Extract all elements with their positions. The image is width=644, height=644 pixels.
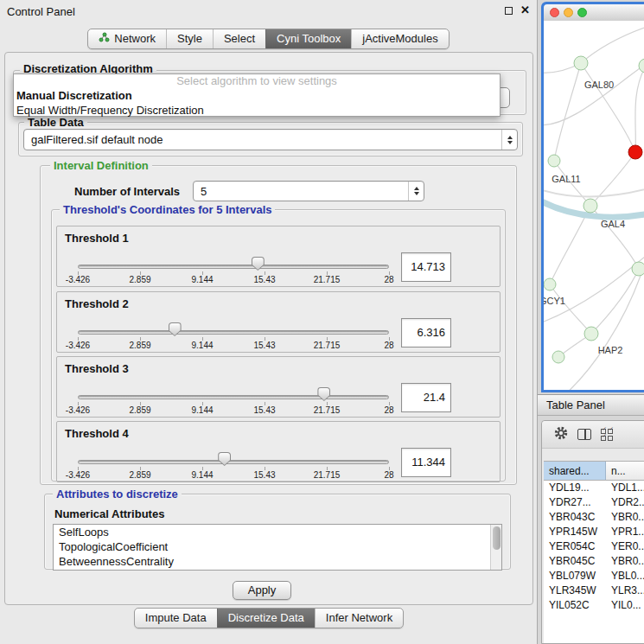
tick-label: 15.43 xyxy=(253,405,275,415)
network-edge[interactable] xyxy=(581,25,644,63)
tick-label: 9.144 xyxy=(191,341,213,350)
gear-icon[interactable] xyxy=(553,425,569,443)
table-data-value: galFiltered.sif default node xyxy=(24,133,501,146)
tick-label: 21.715 xyxy=(314,275,341,284)
tick-label: 15.43 xyxy=(253,275,275,284)
column-header-name[interactable]: n... xyxy=(606,462,644,480)
network-edge[interactable] xyxy=(544,57,644,125)
threshold-value-input[interactable]: 6.316 xyxy=(401,318,451,348)
table-row[interactable]: YBL079WYBL0... xyxy=(544,569,644,583)
tab-select[interactable]: Select xyxy=(213,29,265,48)
table-data-combobox[interactable]: galFiltered.sif default node xyxy=(23,129,518,150)
network-node[interactable] xyxy=(574,56,588,70)
network-window-titlebar[interactable] xyxy=(544,4,644,21)
network-node[interactable] xyxy=(544,278,556,290)
table-cell: YBR043C xyxy=(544,510,606,525)
bottom-tab-bar: Impute Data Discretize Data Infer Networ… xyxy=(134,608,404,628)
table-row[interactable]: YIL052CYIL0... xyxy=(544,598,644,613)
combo-stepper-icon xyxy=(501,130,517,150)
tick-label: 28 xyxy=(384,341,393,350)
column-header-shared-name[interactable]: shared... xyxy=(544,462,606,480)
table-row[interactable]: YER054CYER0... xyxy=(544,539,644,554)
algorithm-option[interactable]: Equal Width/Frequency Discretization xyxy=(14,103,500,118)
tab-label: Select xyxy=(224,32,255,46)
slider-track[interactable] xyxy=(78,460,389,464)
network-edge[interactable] xyxy=(544,185,644,197)
network-node[interactable] xyxy=(548,155,560,167)
threshold-value-input[interactable]: 11.344 xyxy=(401,448,451,477)
network-node[interactable] xyxy=(584,327,598,341)
table-cell: YLR3... xyxy=(606,583,644,598)
network-view-window: GAL80GAL11GAL4GCY1HAP2 xyxy=(541,2,644,392)
tab-cyni-toolbox[interactable]: Cyni Toolbox xyxy=(265,29,351,48)
network-edge[interactable] xyxy=(565,276,641,390)
node-label: GAL11 xyxy=(552,174,580,184)
attribute-item[interactable]: SelfLoops xyxy=(54,525,501,539)
network-canvas[interactable]: GAL80GAL11GAL4GCY1HAP2 xyxy=(544,21,644,390)
tab-network[interactable]: Network xyxy=(88,29,166,48)
network-node[interactable] xyxy=(632,262,644,276)
tab-impute-data[interactable]: Impute Data xyxy=(135,609,217,628)
network-edge[interactable] xyxy=(590,152,635,206)
table-cell: YBL079W xyxy=(544,569,606,583)
tick-label: 28 xyxy=(384,275,393,284)
tick-label: 28 xyxy=(384,470,393,480)
table-row[interactable]: YDL19...YDL1... xyxy=(544,481,644,495)
apply-button[interactable]: Apply xyxy=(233,581,291,600)
network-icon xyxy=(99,32,110,46)
window-close-button[interactable] xyxy=(550,8,559,17)
slider-track[interactable] xyxy=(78,330,389,335)
table-row[interactable]: YBR045CYBR0... xyxy=(544,554,644,569)
interval-definition-group-label: Interval Definition xyxy=(50,159,152,172)
tab-discretize-data[interactable]: Discretize Data xyxy=(217,609,315,628)
table-panel-header[interactable]: Table Panel xyxy=(538,394,644,416)
network-edge[interactable] xyxy=(591,269,639,334)
threshold-value-input[interactable]: 21.4 xyxy=(401,383,451,412)
table-cell: YPR145W xyxy=(544,525,606,539)
table-row[interactable]: YDR27...YDR2... xyxy=(544,495,644,510)
table-row[interactable]: YLR345WYLR3... xyxy=(544,583,644,598)
table-header-row: shared... n... xyxy=(544,461,644,481)
number-of-intervals-label: Number of Intervals xyxy=(74,185,180,198)
network-edge[interactable] xyxy=(635,66,644,152)
select-columns-icon[interactable] xyxy=(600,428,615,442)
attribute-item[interactable]: BetweennessCentrality xyxy=(54,554,501,569)
list-scrollbar[interactable] xyxy=(490,525,501,570)
control-panel: Control Panel ✕ Network Style xyxy=(0,0,538,644)
tab-label: Network xyxy=(114,32,156,46)
network-node[interactable] xyxy=(552,351,564,363)
tick-label: 28 xyxy=(384,405,393,415)
selected-node[interactable] xyxy=(628,145,642,159)
tick-label: 9.144 xyxy=(191,405,213,415)
table-cell: YDL1... xyxy=(606,481,644,495)
tab-infer-network[interactable]: Infer Network xyxy=(315,609,403,628)
window-zoom-button[interactable] xyxy=(577,8,587,17)
network-node[interactable] xyxy=(583,199,597,213)
close-panel-icon[interactable]: ✕ xyxy=(520,6,530,15)
attribute-item[interactable]: TopologicalCoefficient xyxy=(54,539,501,554)
network-node[interactable] xyxy=(639,59,644,73)
slider-track[interactable] xyxy=(78,395,389,399)
network-edge[interactable] xyxy=(554,63,581,161)
tab-jactivemodules[interactable]: jActiveModules xyxy=(351,29,448,48)
threshold-value-input[interactable]: 14.713 xyxy=(401,252,451,282)
slider-track[interactable] xyxy=(78,265,389,269)
control-panel-titlebar: Control Panel ✕ xyxy=(0,0,537,22)
table-toolbar xyxy=(542,421,644,449)
numerical-attributes-list[interactable]: SelfLoopsTopologicalCoefficientBetweenne… xyxy=(53,524,502,571)
number-of-intervals-combobox[interactable]: 5 xyxy=(193,181,424,201)
float-panel-icon[interactable] xyxy=(505,7,513,15)
show-columns-icon[interactable] xyxy=(577,429,591,440)
table-row[interactable]: YBR043CYBR0... xyxy=(544,510,644,525)
network-edge[interactable] xyxy=(581,63,635,152)
table-row[interactable]: YPR145WYPR1... xyxy=(544,525,644,539)
scrollbar-thumb[interactable] xyxy=(493,526,501,550)
tick-label: 2.859 xyxy=(129,341,150,350)
table-cell: YLR345W xyxy=(544,583,606,598)
algorithm-option[interactable]: Manual Discretization xyxy=(14,88,500,103)
table-cell: YER0... xyxy=(606,539,644,554)
tick-label: 21.715 xyxy=(314,470,341,480)
window-minimize-button[interactable] xyxy=(564,8,573,17)
tab-style[interactable]: Style xyxy=(166,29,213,48)
tick-label: 9.144 xyxy=(191,470,213,480)
